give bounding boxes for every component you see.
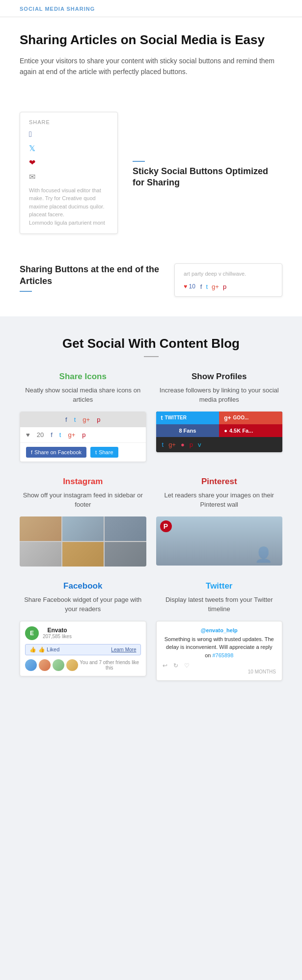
- sip-gp-sm: g+: [68, 431, 75, 438]
- article-end-widget: art party deep v chillwave. ♥ 10 f t g+ …: [174, 263, 282, 297]
- share-icons-desc: Neatly show social media share icons on …: [20, 386, 146, 405]
- pinterest-figure: 👤: [254, 546, 273, 563]
- ig-thumb-2: [62, 516, 104, 541]
- twitter-preview: @envato_help Something is wrong with tru…: [156, 621, 283, 681]
- gp-end-icon[interactable]: g+: [212, 283, 219, 290]
- share-twitter-button[interactable]: t Share: [90, 447, 118, 458]
- pp-gp-icon: g+: [168, 441, 176, 448]
- fb-brand-name: Envato: [43, 627, 72, 634]
- pinterest-logo: P: [160, 520, 172, 532]
- end-title: Sharing Buttons at the end of the Articl…: [20, 264, 160, 287]
- fb-stats: 207,585 likes: [43, 634, 72, 639]
- share-icons-preview: f t g+ p ♥ 20 f t g+ p f Share on Faceb: [20, 412, 146, 462]
- pinterest-desc: Let readers share your images on their P…: [156, 490, 283, 510]
- twitter-actions: ↩ ↻ ♡: [163, 662, 276, 669]
- twitter-title: Twitter: [156, 581, 283, 591]
- fb-brand-logo: E: [25, 626, 39, 640]
- twitter-tweet: Something is wrong with trusted updates.…: [163, 635, 276, 660]
- sip-middle-bar: ♥ 20 f t g+ p: [20, 427, 146, 443]
- ig-thumb-4: [20, 542, 61, 567]
- fb-avatar-2: [39, 659, 51, 671]
- pt-end-icon[interactable]: p: [223, 283, 226, 290]
- tw-header-icon: t: [161, 414, 163, 421]
- tw-retweet-icon[interactable]: ↻: [173, 662, 178, 669]
- social-main-title: Get Social With Content Blog: [20, 336, 282, 351]
- sip-fb-sm: f: [51, 431, 53, 438]
- social-section: Get Social With Content Blog Share Icons…: [0, 316, 302, 701]
- pp-fb-fans: 8 Fans: [156, 424, 220, 437]
- hero-title: Sharing Articles on Social Media is Easy: [20, 32, 282, 49]
- show-profiles-title: Show Profiles: [156, 372, 283, 382]
- sticky-title: Sticky Social Buttons Optimized for Shar…: [133, 166, 282, 189]
- sticky-text-block: Sticky Social Buttons Optimized for Shar…: [133, 157, 282, 189]
- show-profiles-cell: Show Profiles Increase followers by link…: [156, 372, 283, 462]
- share-icons-title: Share Icons: [20, 372, 146, 382]
- pp-pt-icon: p: [190, 441, 193, 448]
- ig-thumb-3: [105, 516, 146, 541]
- twitter-link[interactable]: #765898: [212, 652, 233, 658]
- twitter-handle: @envato_help: [163, 627, 276, 633]
- sip-pt-icon: p: [97, 416, 100, 423]
- ig-thumb-5: [62, 542, 104, 567]
- share-widget-text: With focused visual editor that make. Tr…: [29, 186, 109, 227]
- share-icons-cell: Share Icons Neatly show social media sha…: [20, 372, 146, 462]
- fb-end-icon[interactable]: f: [200, 283, 202, 290]
- fb-widget-header: E Envato 207,585 likes: [25, 626, 141, 640]
- facebook-preview: E Envato 207,585 likes 👍 👍 Liked Learn M…: [20, 621, 146, 676]
- end-divider: [20, 291, 32, 292]
- pp-icons-row: t g+ ● p v: [156, 437, 283, 452]
- social-divider: [144, 356, 159, 357]
- sip-like-count: 20: [37, 431, 44, 438]
- email-share-icon[interactable]: ✉: [29, 172, 109, 181]
- pp-gplus-header: g+ GOO...: [219, 412, 282, 424]
- sip-top-bar: f t g+ p: [20, 412, 146, 427]
- social-end-icons: f t g+ p: [200, 283, 226, 290]
- fb-friend-text: You and 7 other friends like this: [78, 660, 141, 671]
- fb-liked-text: 👍 Liked: [38, 646, 59, 653]
- tw-end-icon[interactable]: t: [206, 283, 208, 290]
- article-end-actions: ♥ 10 f t g+ p: [184, 283, 273, 290]
- facebook-share-icon[interactable]: : [29, 130, 109, 139]
- tw-reply-icon[interactable]: ↩: [163, 662, 167, 669]
- pp-ig-icon: ●: [181, 441, 185, 448]
- sip-gp-icon: g+: [82, 416, 90, 423]
- fb-icon-btn: f: [31, 449, 32, 455]
- pinterest-cell: Pinterest Let readers share your images …: [156, 477, 283, 567]
- twitter-share-icon[interactable]: 𝕏: [29, 144, 109, 153]
- ig-thumb-1: [20, 516, 61, 541]
- fb-learn-more[interactable]: Learn More: [111, 647, 136, 652]
- instagram-desc: Show off your instagram feed in sidebar …: [20, 490, 146, 510]
- pinterest-share-icon[interactable]: ❤: [29, 158, 109, 167]
- twitter-footer: 10 MONTHS: [163, 669, 276, 674]
- pinterest-preview: P 👤: [156, 516, 283, 566]
- pt-fans-icon: ●: [224, 428, 227, 434]
- instagram-title: Instagram: [20, 477, 146, 487]
- fb-widget-footer: You and 7 other friends like this: [25, 659, 141, 671]
- pp-header: t TWITTER g+ GOO...: [156, 412, 283, 424]
- twitter-desc: Display latest tweets from your Twitter …: [156, 595, 283, 614]
- share-icons-list:  𝕏 ❤ ✉: [29, 130, 109, 181]
- top-label-text: SOCIAL MEDIA SHARING: [20, 6, 95, 12]
- facebook-desc: Share Facebook widget of your page with …: [20, 595, 146, 614]
- sip-buttons-row: f Share on Facebook t Share: [20, 443, 146, 462]
- fb-avatars: [25, 659, 78, 671]
- show-profiles-desc: Increase followers by linking to your so…: [156, 386, 283, 405]
- twitter-timestamp: 10 MONTHS: [248, 669, 276, 674]
- share-widget: SHARE  𝕏 ❤ ✉ With focused visual editor…: [20, 112, 118, 234]
- tw-like-icon[interactable]: ♡: [184, 662, 190, 669]
- end-text-block: Sharing Buttons at the end of the Articl…: [20, 264, 160, 296]
- ig-thumb-6: [105, 542, 146, 567]
- fb-brand-info: Envato 207,585 likes: [43, 627, 72, 639]
- fb-liked-bar[interactable]: 👍 👍 Liked Learn More: [25, 644, 141, 655]
- instagram-cell: Instagram Show off your instagram feed i…: [20, 477, 146, 567]
- twitter-cell: Twitter Display latest tweets from your …: [156, 581, 283, 681]
- pp-twitter-header: t TWITTER: [156, 412, 220, 424]
- fb-liked-icon: 👍: [29, 646, 36, 653]
- fb-avatar-3: [53, 659, 64, 671]
- facebook-title: Facebook: [20, 581, 146, 591]
- pp-tw-icon: t: [162, 441, 164, 448]
- sip-heart-icon: ♥: [26, 431, 30, 438]
- sticky-demo-section: SHARE  𝕏 ❤ ✉ With focused visual editor…: [0, 97, 302, 254]
- share-facebook-button[interactable]: f Share on Facebook: [26, 447, 86, 458]
- like-count: ♥ 10: [184, 283, 195, 290]
